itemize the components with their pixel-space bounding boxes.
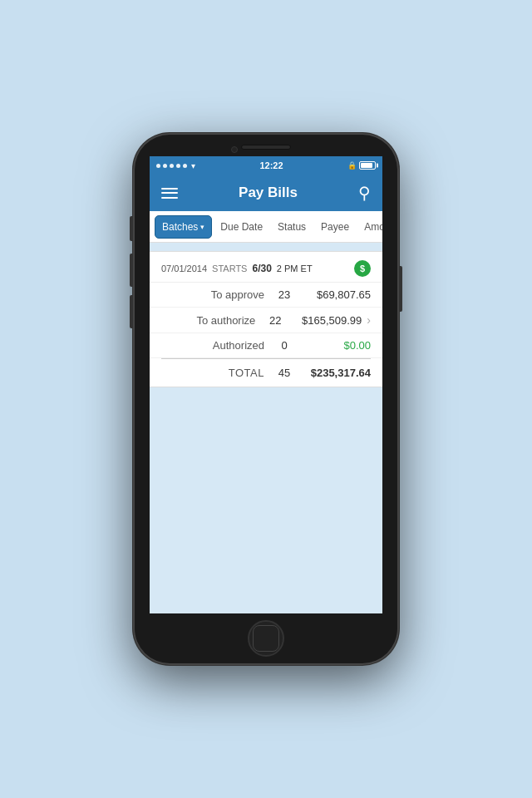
signal-dot-5 [183, 164, 187, 168]
authorized-amount: $0.00 [296, 339, 371, 352]
speaker [241, 145, 291, 150]
starts-date: 6/30 [252, 263, 271, 274]
search-icon[interactable]: ⚲ [358, 183, 371, 203]
menu-button[interactable] [161, 188, 178, 199]
tab-status[interactable]: Status [271, 215, 313, 239]
home-button[interactable] [248, 620, 284, 657]
volume-mute-button[interactable] [130, 216, 133, 241]
signal-dot-4 [176, 164, 180, 168]
battery-fill [361, 163, 372, 168]
to-authorize-count: 22 [264, 314, 287, 327]
content-area: 07/01/2014 STARTS 6/30 2 PM ET $ To appr… [150, 243, 382, 613]
total-row: TOTAL 45 $235,317.64 [150, 359, 382, 387]
tab-batches[interactable]: Batches ▾ [155, 215, 212, 239]
batch-time: 2 PM ET [277, 264, 313, 273]
starts-label: STARTS [212, 264, 247, 273]
to-authorize-row[interactable]: To authorize 22 $165,509.99 › [150, 308, 382, 333]
tab-payee[interactable]: Payee [314, 215, 356, 239]
dollar-badge: $ [354, 260, 371, 277]
tab-amount[interactable]: Amount [357, 215, 382, 239]
menu-line-1 [161, 188, 178, 190]
to-authorize-label: To authorize [161, 314, 264, 327]
lock-icon: 🔒 [347, 161, 357, 170]
camera [231, 146, 238, 153]
signal-dot-3 [170, 164, 174, 168]
menu-line-3 [161, 197, 178, 199]
status-left: ▾ [156, 161, 195, 170]
home-button-inner [253, 625, 279, 652]
to-approve-label: To approve [161, 288, 273, 301]
screen: ▾ 12:22 🔒 Pay Bills ⚲ Batches [150, 156, 382, 613]
phone-frame: ▾ 12:22 🔒 Pay Bills ⚲ Batches [133, 133, 399, 665]
total-label: TOTAL [161, 367, 273, 379]
authorized-row: Authorized 0 $0.00 [150, 333, 382, 358]
batch-card: 07/01/2014 STARTS 6/30 2 PM ET $ To appr… [150, 251, 382, 387]
signal-dot-1 [156, 164, 160, 168]
to-authorize-amount: $165,509.99 [287, 314, 362, 327]
batch-date: 07/01/2014 [161, 264, 207, 273]
battery-indicator [359, 161, 376, 170]
authorized-count: 0 [273, 339, 296, 352]
status-right: 🔒 [347, 161, 376, 170]
menu-line-2 [161, 192, 178, 194]
batch-header: 07/01/2014 STARTS 6/30 2 PM ET $ [150, 252, 382, 283]
page-title: Pay Bills [239, 185, 298, 201]
to-approve-count: 23 [273, 288, 296, 301]
status-bar: ▾ 12:22 🔒 [150, 156, 382, 175]
volume-up-button[interactable] [130, 254, 133, 287]
chevron-right-icon: › [367, 313, 371, 327]
dropdown-arrow-icon: ▾ [200, 223, 204, 231]
wifi-icon: ▾ [191, 161, 195, 170]
to-approve-amount: $69,807.65 [296, 288, 371, 301]
signal-dot-2 [163, 164, 167, 168]
authorized-label: Authorized [161, 339, 273, 352]
nav-bar: Pay Bills ⚲ [150, 175, 382, 211]
status-time: 12:22 [259, 160, 283, 170]
power-button[interactable] [399, 266, 402, 312]
total-amount: $235,317.64 [296, 367, 371, 379]
to-approve-row: To approve 23 $69,807.65 [150, 283, 382, 308]
filter-tabs: Batches ▾ Due Date Status Payee Amount [150, 211, 382, 243]
batch-date-info: 07/01/2014 STARTS 6/30 2 PM ET [161, 263, 313, 274]
tab-due-date[interactable]: Due Date [214, 215, 269, 239]
volume-down-button[interactable] [130, 295, 133, 328]
total-count: 45 [273, 367, 296, 379]
